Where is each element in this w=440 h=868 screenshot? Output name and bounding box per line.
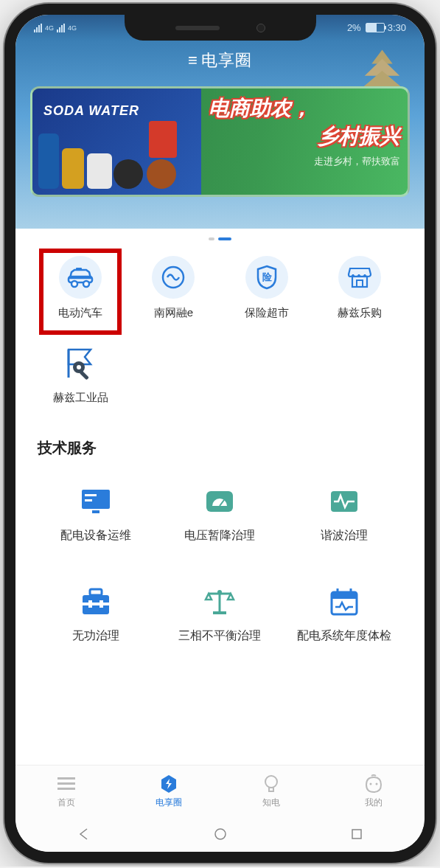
tab-label: 我的 bbox=[365, 796, 383, 809]
notch bbox=[125, 15, 316, 41]
toolbox-icon bbox=[78, 584, 114, 619]
shield-icon: 险 bbox=[245, 256, 288, 299]
icon-label: 南网融e bbox=[154, 306, 193, 320]
notch-speaker bbox=[175, 26, 220, 30]
calendar-icon bbox=[326, 584, 362, 619]
banner-products: SODA WATER bbox=[32, 88, 201, 195]
nav-back-button[interactable] bbox=[76, 826, 92, 842]
notch-camera bbox=[256, 24, 265, 32]
svg-text:险: 险 bbox=[262, 271, 272, 282]
phone-frame: 4G 4G 2% 3:30 bbox=[4, 4, 436, 863]
svg-rect-37 bbox=[213, 611, 226, 614]
icon-label: 赫兹乐购 bbox=[338, 306, 382, 320]
signal-icon bbox=[34, 24, 42, 32]
battery-percent: 2% bbox=[347, 22, 361, 33]
service-label: 无功治理 bbox=[72, 628, 119, 644]
banner-title-1: 电商助农， bbox=[209, 94, 400, 122]
service-harmonic[interactable]: 谐波治理 bbox=[286, 484, 402, 544]
svg-rect-25 bbox=[92, 510, 99, 513]
tool-flag-icon bbox=[60, 342, 101, 383]
scale-icon bbox=[202, 584, 237, 619]
phone-screen: 4G 4G 2% 3:30 bbox=[15, 15, 425, 852]
svg-point-36 bbox=[217, 590, 222, 594]
service-label: 配电系统年度体检 bbox=[297, 628, 391, 644]
tab-mine[interactable]: 我的 bbox=[322, 765, 425, 816]
signal-icon-2 bbox=[57, 24, 65, 32]
quick-icon-hertz-shop[interactable]: 赫兹乐购 bbox=[317, 256, 402, 320]
svg-point-49 bbox=[375, 782, 377, 785]
section-title-tech: 技术服务 bbox=[38, 438, 402, 458]
main-content: 电动汽车 南网融e 险 bbox=[15, 245, 425, 765]
svg-point-13 bbox=[71, 281, 77, 287]
service-label: 三相不平衡治理 bbox=[178, 628, 261, 644]
service-label: 电压暂降治理 bbox=[184, 528, 255, 544]
bulb-icon bbox=[261, 774, 282, 794]
quick-icon-insurance[interactable]: 险 保险超市 bbox=[224, 256, 310, 320]
face-icon bbox=[363, 774, 384, 794]
tab-label: 知电 bbox=[262, 796, 280, 809]
status-left: 4G 4G bbox=[34, 24, 77, 32]
tab-dianxiangquan[interactable]: 电享圈 bbox=[118, 765, 220, 816]
hero-section: ≡ 电享圈 SODA WATER 电商助农， 乡村振兴 走进乡村，帮扶致富 bbox=[15, 41, 425, 229]
svg-rect-43 bbox=[57, 782, 75, 785]
service-reactive-power[interactable]: 无功治理 bbox=[38, 584, 154, 644]
service-grid: 配电设备运维 电压暂降治理 bbox=[38, 484, 402, 644]
banner-pagination bbox=[15, 229, 425, 245]
svg-rect-20 bbox=[80, 370, 89, 380]
svg-rect-18 bbox=[357, 280, 363, 287]
icon-label: 保险超市 bbox=[245, 306, 289, 320]
tab-zhidian[interactable]: 知电 bbox=[220, 765, 323, 816]
service-three-phase[interactable]: 三相不平衡治理 bbox=[161, 584, 278, 644]
wave-icon bbox=[326, 484, 362, 519]
svg-point-21 bbox=[77, 365, 81, 369]
bolt-hex-icon bbox=[158, 774, 179, 794]
svg-rect-47 bbox=[269, 788, 273, 791]
nav-recent-button[interactable] bbox=[349, 826, 365, 842]
service-voltage-sag[interactable]: 电压暂降治理 bbox=[161, 484, 278, 544]
gauge-icon bbox=[202, 484, 237, 519]
svg-rect-24 bbox=[85, 499, 92, 501]
svg-point-50 bbox=[215, 829, 226, 839]
svg-rect-39 bbox=[332, 592, 357, 599]
service-distribution-ops[interactable]: 配电设备运维 bbox=[38, 484, 154, 544]
svg-rect-32 bbox=[88, 600, 92, 608]
icon-label: 赫兹工业品 bbox=[53, 391, 108, 405]
tab-bar: 首页 电享圈 知电 bbox=[15, 765, 425, 816]
android-nav-bar bbox=[15, 816, 425, 852]
nav-home-button[interactable] bbox=[212, 826, 228, 842]
svg-rect-31 bbox=[83, 603, 109, 605]
svg-rect-29 bbox=[90, 589, 102, 595]
quick-icon-nanwang[interactable]: 南网融e bbox=[130, 256, 216, 320]
svg-point-46 bbox=[265, 776, 277, 788]
status-time: 3:30 bbox=[388, 22, 406, 33]
quick-icons-row-2: 赫兹工业品 bbox=[38, 342, 402, 405]
shop-icon bbox=[338, 256, 381, 299]
svg-point-48 bbox=[369, 782, 371, 785]
banner-title-2: 乡村振兴 bbox=[209, 122, 400, 150]
tab-label: 电享圈 bbox=[156, 796, 182, 809]
quick-icon-hertz-industrial[interactable]: 赫兹工业品 bbox=[38, 342, 123, 405]
battery-icon bbox=[366, 23, 385, 32]
page-dot-active[interactable] bbox=[218, 237, 231, 240]
home-lines-icon bbox=[56, 774, 77, 794]
svg-rect-51 bbox=[352, 830, 361, 839]
svg-rect-17 bbox=[352, 277, 367, 287]
monitor-icon bbox=[78, 484, 114, 519]
banner-text: 电商助农， 乡村振兴 走进乡村，帮扶致富 bbox=[201, 88, 408, 195]
soda-text: SODA WATER bbox=[43, 103, 139, 119]
svg-rect-23 bbox=[85, 494, 97, 496]
tab-home[interactable]: 首页 bbox=[15, 765, 118, 816]
service-annual-checkup[interactable]: 配电系统年度体检 bbox=[286, 584, 402, 644]
car-icon bbox=[59, 256, 102, 299]
svg-rect-33 bbox=[99, 600, 103, 608]
promo-banner[interactable]: SODA WATER 电商助农， 乡村振兴 走进乡村，帮扶致富 bbox=[30, 86, 410, 197]
service-label: 配电设备运维 bbox=[60, 528, 131, 544]
banner-subtitle: 走进乡村，帮扶致富 bbox=[209, 155, 400, 168]
svg-rect-44 bbox=[57, 788, 75, 790]
svg-rect-42 bbox=[57, 777, 75, 780]
swirl-icon bbox=[152, 256, 195, 299]
quick-icon-ev-car[interactable]: 电动汽车 bbox=[38, 256, 123, 320]
icon-label: 电动汽车 bbox=[58, 306, 102, 320]
svg-point-14 bbox=[83, 281, 89, 287]
page-dot[interactable] bbox=[209, 237, 214, 240]
